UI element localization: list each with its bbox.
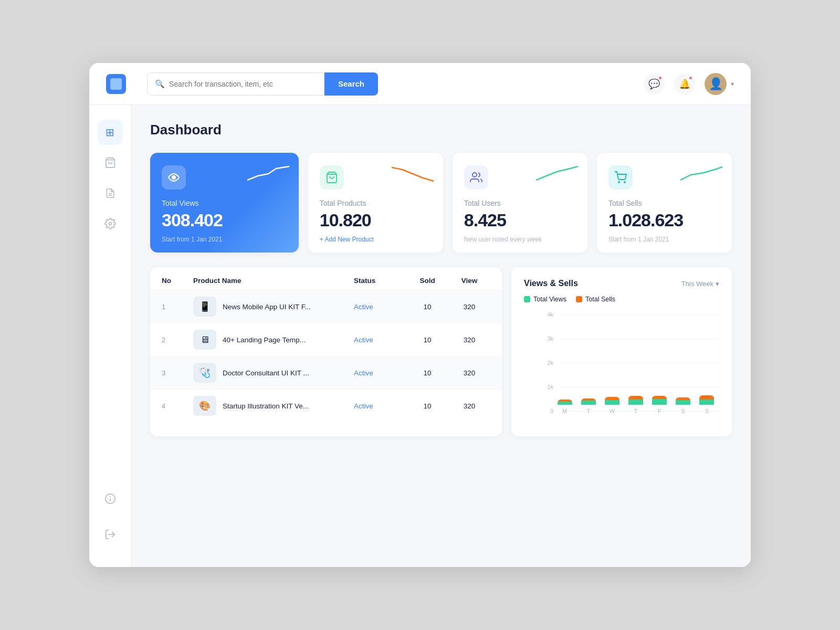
legend-total-sells: Total Sells (576, 296, 615, 303)
bar-day-label: S (705, 408, 709, 414)
svg-point-8 (172, 175, 176, 180)
table-row: 4 🎨 Startup Illustration KIT Ve... Activ… (150, 390, 502, 422)
col-no: No (162, 277, 193, 285)
products-label: Total Products (320, 199, 432, 207)
sold-cell: 10 (406, 336, 448, 344)
legend-teal-dot (524, 296, 530, 302)
avatar: 👤 (705, 73, 727, 95)
product-thumbnail: 🩺 (193, 363, 216, 383)
user-avatar-button[interactable]: 👤 ▾ (705, 73, 734, 95)
bar-stack (652, 396, 667, 405)
status-badge: Active (354, 334, 373, 345)
bar-stack (628, 396, 643, 405)
bottom-row: No Product Name Status Sold View 1 📱 New… (150, 267, 732, 436)
settings-icon (104, 218, 116, 229)
status-badge: Active (354, 301, 373, 312)
main-content: Dashboard (131, 105, 751, 567)
bar-group: W (604, 397, 620, 414)
stat-card-total-sells: Total Sells 1.028.623 Start from 1 Jan 2… (597, 153, 732, 253)
sold-cell: 10 (406, 402, 448, 410)
col-view: View (448, 277, 490, 285)
sold-cell: 10 (406, 369, 448, 377)
table-row: 1 📱 News Mobile App UI KIT F... Active 1… (150, 290, 502, 323)
chart-filter-label: This Week (681, 280, 713, 288)
stat-card-total-products: Total Products 10.820 + Add New Product (308, 153, 443, 253)
table-header: No Product Name Status Sold View (150, 267, 502, 290)
search-input[interactable] (169, 80, 317, 88)
users-value: 8.425 (464, 210, 576, 230)
grid-label: 3k (541, 335, 553, 342)
status-cell: Active (354, 368, 406, 379)
product-thumbnail: 🖥 (193, 330, 216, 350)
bar-segment-views (558, 402, 572, 405)
sells-value: 1.028.623 (608, 210, 720, 230)
sidebar-bottom (98, 486, 123, 552)
chart-filter[interactable]: This Week ▾ (681, 280, 719, 288)
bar-group: F (652, 396, 668, 414)
product-name: News Mobile App UI KIT F... (223, 303, 311, 311)
messages-button[interactable]: 💬 (644, 74, 665, 94)
product-name: 40+ Landing Page Temp... (223, 336, 306, 344)
stat-card-top-users (464, 165, 576, 190)
users-trend (536, 164, 578, 185)
search-button[interactable]: Search (324, 72, 378, 96)
sidebar-item-document[interactable] (98, 181, 123, 206)
legend-sells-label: Total Sells (585, 296, 615, 303)
views-icon (162, 165, 186, 190)
product-thumbnail: 🎨 (193, 396, 216, 416)
product-cell: 🖥 40+ Landing Page Temp... (193, 330, 354, 350)
sidebar-item-info[interactable] (98, 486, 123, 511)
svg-point-10 (472, 173, 477, 177)
notifications-button[interactable]: 🔔 (674, 74, 695, 94)
row-no: 4 (162, 402, 193, 410)
sidebar-item-cart[interactable] (98, 150, 123, 175)
bar-segment-views (699, 400, 714, 405)
row-no: 1 (162, 303, 193, 311)
notifications-badge (688, 76, 693, 80)
sells-trend (680, 164, 722, 185)
bar-group: S (699, 395, 715, 414)
sells-label: Total Sells (608, 199, 720, 207)
document-icon (105, 187, 116, 199)
messages-badge (658, 76, 663, 80)
grid-label: 4k (541, 311, 553, 318)
header-right: 💬 🔔 👤 ▾ (644, 73, 734, 95)
sidebar-item-settings[interactable] (98, 211, 123, 236)
sells-sub: Start from 1 Jan 2021 (608, 236, 720, 243)
chevron-down-icon: ▾ (731, 80, 734, 88)
bar-stack (605, 397, 620, 405)
products-icon (320, 165, 344, 190)
sidebar-item-logout[interactable] (98, 522, 123, 547)
users-label: Total Users (464, 199, 576, 207)
svg-point-12 (624, 182, 625, 183)
bar-segment-views (628, 400, 643, 405)
app-logo (106, 74, 126, 94)
chevron-down-chart-icon: ▾ (716, 280, 719, 288)
logo-inner (110, 78, 122, 90)
views-label: Total Views (162, 199, 287, 207)
sidebar: ⊞ (89, 105, 131, 567)
product-name: Startup Illustration KIT Ve... (223, 402, 309, 410)
legend-total-views: Total Views (524, 296, 566, 303)
add-product-link[interactable]: + Add New Product (320, 236, 432, 243)
sells-icon (608, 165, 633, 190)
status-cell: Active (354, 334, 406, 345)
search-area: 🔍 Search (147, 72, 378, 96)
dashboard-icon: ⊞ (106, 126, 114, 139)
bar-segment-sells (652, 396, 667, 400)
views-value: 308.402 (162, 210, 287, 230)
bar-day-label: S (681, 408, 685, 414)
bar-day-label: W (610, 408, 615, 414)
row-no: 2 (162, 336, 193, 344)
status-cell: Active (354, 401, 406, 412)
page-title: Dashboard (150, 122, 732, 138)
legend-views-label: Total Views (533, 296, 566, 303)
bar-group: S (675, 397, 691, 414)
bar-day-label: F (658, 408, 662, 414)
status-cell: Active (354, 301, 406, 312)
legend-orange-dot (576, 296, 582, 302)
chart-card: Views & Sells This Week ▾ Total Views (511, 267, 732, 436)
chart-legend: Total Views Total Sells (524, 296, 719, 303)
sidebar-item-dashboard[interactable]: ⊞ (98, 120, 123, 145)
product-name: Doctor Consultant UI KIT ... (223, 369, 309, 377)
